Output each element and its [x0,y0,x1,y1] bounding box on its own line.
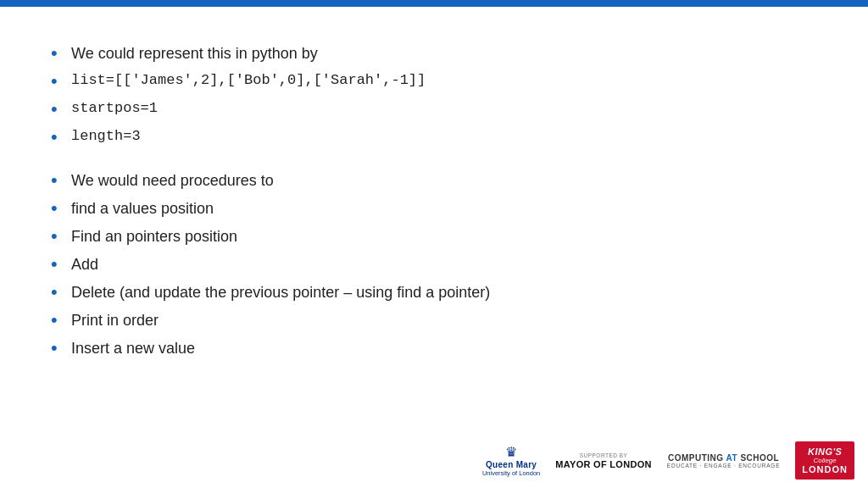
bullet-dot: • [51,334,66,362]
kcl-london-text: LONDON [802,464,848,474]
qm-name: Queen Mary [486,460,537,469]
content-area: • We could represent this in python by •… [0,7,868,481]
list-item: • Find an pointers position [51,224,817,250]
list-item: • list=[['James',2],['Bob',0],['Sarah',-… [51,69,817,95]
mayor-logo: SUPPORTED BY MAYOR OF LONDON [555,452,652,469]
bullet-text: Print in order [71,308,159,334]
bullet-text: Delete (and update the previous pointer … [71,280,490,306]
cas-sub-text: EDUCATE · ENGAGE · ENCOURAGE [667,463,781,469]
kcl-logo: KING'S College LONDON [795,441,854,480]
kcl-college-text: College [814,457,837,464]
bullet-text: startpos=1 [71,97,158,121]
bullet-text: We could represent this in python by [71,41,318,67]
bullet-dot: • [51,194,66,222]
cas-at: AT [726,453,741,463]
qm-sub: University of London [482,469,540,477]
cas-computing: COMPUTING [668,453,724,463]
list-item: • Add [51,252,817,278]
list-item: • Insert a new value [51,336,817,362]
list-item: • startpos=1 [51,97,817,123]
cas-school: SCHOOL [740,453,779,463]
bullet-dot: • [51,95,66,123]
bullet-text: length=3 [71,125,141,149]
cas-main-text: COMPUTING AT SCHOOL [668,453,779,463]
bullet-dot: • [51,123,66,151]
kcl-kings-text: KING'S [808,446,842,457]
bullet-dot: • [51,250,66,278]
spacer [51,152,817,168]
cas-logo: COMPUTING AT SCHOOL EDUCATE · ENGAGE · E… [667,453,781,469]
bullet-dot: • [51,222,66,250]
bullet-text: find a values position [71,196,214,222]
bullet-text: Add [71,252,98,278]
list-item: • We could represent this in python by [51,41,817,67]
list-item: • Print in order [51,308,817,334]
bullet-dot: • [51,166,66,194]
footer: ♛ Queen Mary University of London SUPPOR… [482,441,854,480]
bullet-text: Insert a new value [71,336,195,362]
bullet-text: Find an pointers position [71,224,237,250]
list-item: • Delete (and update the previous pointe… [51,280,817,306]
bullet-text: We would need procedures to [71,168,274,194]
mayor-text: MAYOR OF LONDON [555,459,652,469]
bullet-list-group1: • We could represent this in python by •… [51,41,817,152]
bullet-dot: • [51,306,66,334]
bullet-dot: • [51,39,66,67]
list-item: • We would need procedures to [51,168,817,194]
queen-mary-logo: ♛ Queen Mary University of London [482,444,540,477]
supported-by-text: SUPPORTED BY [580,452,628,458]
slide: • We could represent this in python by •… [0,0,868,488]
list-item: • length=3 [51,125,817,151]
bullet-dot: • [51,67,66,95]
list-item: • find a values position [51,196,817,222]
bullet-dot: • [51,278,66,306]
bullet-list-group2: • We would need procedures to • find a v… [51,168,817,363]
bullet-text: list=[['James',2],['Bob',0],['Sarah',-1]… [71,69,426,93]
crown-icon: ♛ [505,444,517,460]
